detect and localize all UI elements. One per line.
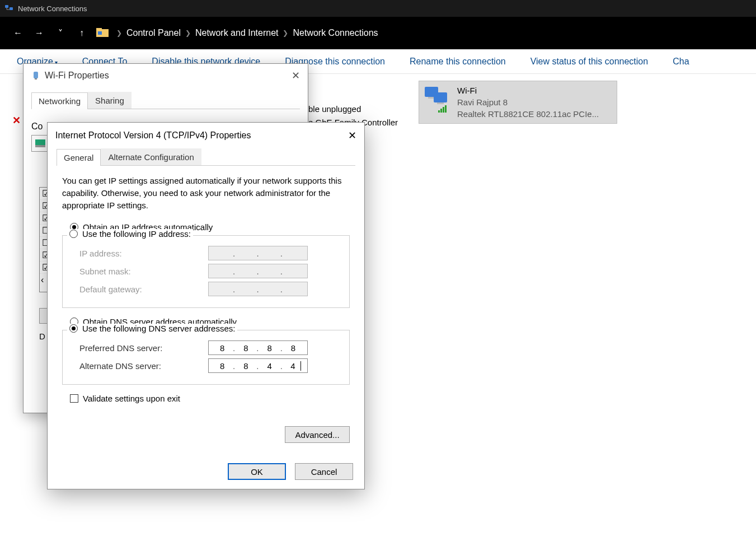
ethernet-status-fragment: ble unplugged bbox=[308, 104, 361, 114]
change-settings-button-truncated[interactable]: Cha bbox=[673, 57, 689, 67]
nav-up-button[interactable]: ↑ bbox=[75, 28, 88, 38]
preferred-dns-label: Preferred DNS server: bbox=[79, 343, 208, 353]
alternate-dns-input[interactable]: 8. 8. 4. 4 bbox=[208, 358, 308, 373]
wifi-tabstrip: Networking Sharing bbox=[31, 92, 300, 109]
window-titlebar: Network Connections bbox=[0, 0, 756, 17]
content-area: ble unplugged e GbE Family Controller ✕ … bbox=[0, 74, 756, 546]
breadcrumb-network-connections[interactable]: Network Connections bbox=[293, 28, 378, 38]
svg-rect-11 bbox=[35, 139, 45, 145]
radio-ip-manual-label: Use the following IP address: bbox=[82, 229, 191, 239]
ip-manual-group: Use the following IP address: IP address… bbox=[62, 235, 350, 308]
adapter-wifi-ssid: Ravi Rajput 8 bbox=[457, 96, 599, 108]
radio-icon bbox=[69, 230, 78, 238]
radio-dns-manual[interactable]: Use the following DNS server addresses: bbox=[67, 324, 237, 333]
adapter-wifi[interactable]: Wi-Fi Ravi Rajput 8 Realtek RTL8821CE 80… bbox=[419, 81, 617, 124]
advanced-button[interactable]: Advanced... bbox=[285, 426, 350, 443]
description-label-fragment: D bbox=[39, 332, 45, 341]
nic-icon bbox=[35, 139, 45, 147]
validate-label: Validate settings upon exit bbox=[83, 394, 180, 403]
nav-recent-button[interactable]: ˅ bbox=[54, 28, 67, 39]
alternate-dns-label: Alternate DNS server: bbox=[79, 361, 208, 371]
breadcrumb-sep-icon: ❯ bbox=[283, 29, 288, 37]
tab-networking[interactable]: Networking bbox=[31, 92, 88, 109]
svg-rect-1 bbox=[10, 7, 13, 10]
svg-rect-12 bbox=[35, 145, 45, 147]
wifi-properties-icon bbox=[31, 71, 40, 80]
tab-alternate-config[interactable]: Alternate Configuration bbox=[101, 148, 201, 165]
adapter-wifi-icon bbox=[424, 85, 450, 111]
ipv4-properties-dialog: Internet Protocol Version 4 (TCP/IPv4) P… bbox=[47, 122, 365, 489]
tab-general[interactable]: General bbox=[57, 149, 101, 166]
svg-rect-4 bbox=[98, 31, 102, 35]
ipv4-title-text: Internet Protocol Version 4 (TCP/IPv4) P… bbox=[55, 130, 251, 141]
cancel-button[interactable]: Cancel bbox=[295, 463, 353, 480]
subnet-mask-input: ... bbox=[208, 264, 308, 278]
svg-rect-0 bbox=[5, 5, 8, 8]
wifi-properties-title: Wi-Fi Properties bbox=[45, 71, 109, 81]
preferred-dns-input[interactable]: 8. 8. 8. 8 bbox=[208, 340, 308, 355]
ethernet-disconnected-icon: ✕ bbox=[12, 114, 21, 127]
location-icon bbox=[96, 28, 109, 38]
ipv4-close-button[interactable]: ✕ bbox=[348, 129, 356, 142]
radio-ip-manual[interactable]: Use the following IP address: bbox=[67, 229, 193, 239]
view-status-button[interactable]: View status of this connection bbox=[530, 57, 649, 67]
wifi-properties-titlebar[interactable]: Wi-Fi Properties ✕ bbox=[24, 64, 308, 87]
ok-button[interactable]: OK bbox=[228, 463, 286, 480]
adapter-wifi-name: Wi-Fi bbox=[457, 85, 599, 96]
breadcrumb-sep-icon: ❯ bbox=[116, 29, 122, 37]
wifi-properties-close-button[interactable]: ✕ bbox=[292, 69, 300, 82]
breadcrumb-network-internet[interactable]: Network and Internet bbox=[195, 28, 279, 38]
radio-icon bbox=[69, 324, 78, 333]
window-title: Network Connections bbox=[18, 4, 87, 13]
default-gateway-input: ... bbox=[208, 282, 308, 296]
radio-dns-manual-label: Use the following DNS server addresses: bbox=[82, 324, 235, 333]
checkbox-icon bbox=[70, 394, 78, 403]
breadcrumb-control-panel[interactable]: Control Panel bbox=[126, 28, 181, 38]
ipv4-tabstrip: General Alternate Configuration bbox=[57, 148, 355, 166]
nav-forward-button[interactable]: → bbox=[32, 28, 46, 38]
subnet-mask-label: Subnet mask: bbox=[79, 267, 208, 276]
svg-rect-9 bbox=[34, 72, 38, 78]
breadcrumb-sep-icon: ❯ bbox=[185, 29, 191, 37]
adapter-wifi-device: Realtek RTL8821CE 802.11ac PCIe... bbox=[457, 108, 599, 120]
nav-back-button[interactable]: ← bbox=[11, 28, 25, 38]
svg-rect-3 bbox=[96, 28, 102, 30]
ip-address-input: ... bbox=[208, 246, 308, 260]
svg-rect-7 bbox=[434, 92, 447, 102]
explorer-navbar: ← → ˅ ↑ ❯ Control Panel ❯ Network and In… bbox=[0, 17, 756, 49]
rename-button[interactable]: Rename this connection bbox=[410, 57, 506, 67]
dns-manual-group: Use the following DNS server addresses: … bbox=[62, 330, 350, 385]
tab-sharing[interactable]: Sharing bbox=[88, 92, 132, 109]
default-gateway-label: Default gateway: bbox=[79, 284, 208, 294]
validate-checkbox[interactable]: Validate settings upon exit bbox=[70, 394, 350, 403]
app-icon bbox=[4, 4, 13, 13]
ipv4-titlebar[interactable]: Internet Protocol Version 4 (TCP/IPv4) P… bbox=[48, 123, 364, 148]
ipv4-description: You can get IP settings assigned automat… bbox=[62, 175, 350, 211]
ip-address-label: IP address: bbox=[79, 249, 208, 258]
svg-rect-10 bbox=[35, 78, 37, 80]
